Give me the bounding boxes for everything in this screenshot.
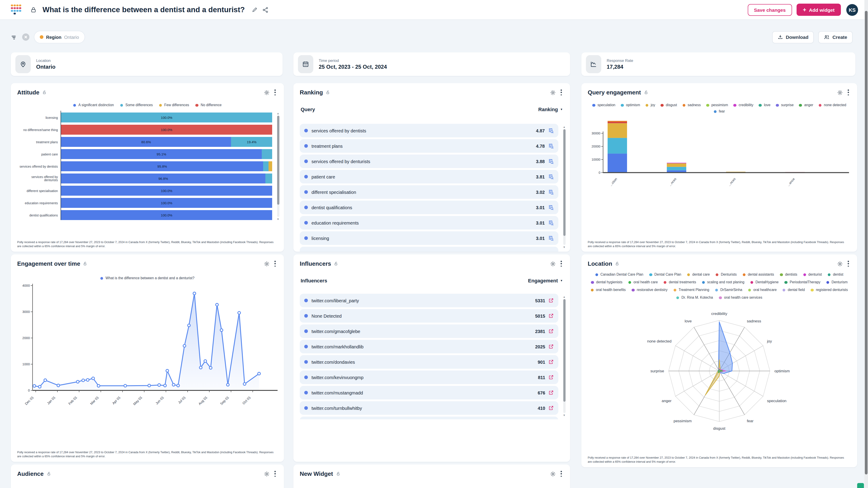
kebab-menu-icon[interactable] xyxy=(272,88,278,97)
settings-gear-icon[interactable] xyxy=(837,89,843,96)
settings-gear-icon[interactable] xyxy=(550,89,556,96)
svg-text:Aug 01: Aug 01 xyxy=(197,396,208,406)
list-item[interactable]: treatment plans 4.78 xyxy=(300,139,558,153)
edit-pencil-icon[interactable] xyxy=(250,5,259,14)
bar-segment[interactable]: 100.0% xyxy=(61,125,272,135)
view-mentions-icon[interactable] xyxy=(548,235,554,241)
add-widget-button[interactable]: +Add widget xyxy=(797,4,841,16)
chart-scrollbar[interactable]: ▲▼ xyxy=(276,112,280,221)
view-mentions-icon[interactable] xyxy=(548,220,554,226)
sort-caret-icon[interactable]: ▼ xyxy=(560,280,563,282)
column-header-query: Query xyxy=(301,107,315,112)
view-mentions-icon[interactable] xyxy=(548,158,554,164)
view-mentions-icon[interactable] xyxy=(548,128,554,133)
attitude-bar-chart: licensing 100.0% no difference/same thin… xyxy=(17,113,272,220)
external-link-icon[interactable] xyxy=(548,328,554,334)
bar-segment[interactable]: 95.8% xyxy=(61,162,264,171)
list-scrollbar[interactable]: ▲▼ xyxy=(562,126,566,249)
external-link-icon[interactable] xyxy=(548,390,554,395)
item-label: different specialisation xyxy=(311,190,536,195)
settings-gear-icon[interactable] xyxy=(550,470,556,477)
list-item[interactable] xyxy=(300,417,558,419)
list-item[interactable]: twitter.com/mustangmadd 676 xyxy=(300,386,558,399)
external-link-icon[interactable] xyxy=(548,298,554,303)
bar-segment[interactable]: 80.6% xyxy=(61,137,231,147)
list-item[interactable]: None Detected 5015 xyxy=(300,309,558,323)
chat-launcher[interactable] xyxy=(857,483,864,488)
external-link-icon[interactable] xyxy=(548,313,554,319)
avatar[interactable]: KS xyxy=(846,4,858,15)
list-item[interactable]: education requirements 3.01 xyxy=(300,216,558,230)
external-link-icon[interactable] xyxy=(548,359,554,365)
bar-segment[interactable]: 96.8% xyxy=(61,174,266,184)
download-button[interactable]: Download xyxy=(772,31,814,43)
list-item[interactable]: dentist qualifications 3.01 xyxy=(300,201,558,214)
bar-segment[interactable] xyxy=(269,162,272,171)
bullet-dot-icon xyxy=(304,144,308,148)
list-item[interactable] xyxy=(300,247,558,252)
bar-segment[interactable]: 95.1% xyxy=(61,149,262,159)
settings-gear-icon[interactable] xyxy=(264,470,270,477)
bar-segment[interactable]: 19.4% xyxy=(231,137,272,147)
external-link-icon[interactable] xyxy=(548,344,554,349)
bar-segment[interactable] xyxy=(262,149,272,159)
view-mentions-icon[interactable] xyxy=(548,189,554,195)
app-logo[interactable] xyxy=(11,4,22,15)
item-label: twitter.com/dondavies xyxy=(311,359,538,364)
bar-segment[interactable]: 100.0% xyxy=(61,210,272,220)
bar-segment[interactable] xyxy=(266,174,272,184)
share-icon[interactable] xyxy=(261,5,270,14)
settings-gear-icon[interactable] xyxy=(264,89,270,96)
svg-text:Jul 01: Jul 01 xyxy=(177,396,186,404)
kebab-menu-icon[interactable] xyxy=(272,469,278,478)
kebab-menu-icon[interactable] xyxy=(558,88,565,97)
list-item[interactable]: services offered by denturists 3.88 xyxy=(300,155,558,168)
list-scrollbar[interactable]: ▲▼ xyxy=(562,295,566,417)
bar-segment[interactable] xyxy=(264,162,269,171)
bar-row: education requirements 100.0% xyxy=(17,198,272,208)
kebab-menu-icon[interactable] xyxy=(845,259,852,268)
list-item[interactable]: licensing 3.01 xyxy=(300,231,558,245)
item-label: twitter.com/liberal_party xyxy=(311,298,535,303)
list-item[interactable]: services offered by dentists 4.87 xyxy=(300,124,558,137)
kebab-menu-icon[interactable] xyxy=(558,259,565,268)
bar-segment[interactable]: 100.0% xyxy=(61,198,272,208)
bar-segment[interactable]: 100.0% xyxy=(61,113,272,123)
column-header-engagement[interactable]: Engagement xyxy=(528,278,558,284)
list-item[interactable]: patient care 3.81 xyxy=(300,170,558,184)
list-item[interactable]: twitter.com/liberal_party 5331 xyxy=(300,294,558,307)
region-filter-chip[interactable]: Region Ontario xyxy=(34,31,85,43)
list-item[interactable]: different specialisation 3.02 xyxy=(300,185,558,199)
external-link-icon[interactable] xyxy=(548,405,554,411)
location-radar-chart: credibilitysadnessjoyoptimismspeculation… xyxy=(581,300,857,436)
sort-caret-icon[interactable]: ▼ xyxy=(560,108,563,111)
page-scrollbar[interactable] xyxy=(864,0,868,488)
list-item[interactable]: twitter.com/markhollandlib 2025 xyxy=(300,340,558,353)
view-mentions-icon[interactable] xyxy=(548,174,554,180)
list-item[interactable]: twitter.com/dondavies 901 xyxy=(300,355,558,369)
view-mentions-icon[interactable] xyxy=(548,204,554,210)
settings-gear-icon[interactable] xyxy=(264,260,270,267)
external-link-icon[interactable] xyxy=(548,375,554,380)
save-changes-button[interactable]: Save changes xyxy=(748,4,792,15)
item-label: twitter.com/mustangmadd xyxy=(311,390,538,395)
bar-segment[interactable]: 100.0% xyxy=(61,186,272,196)
svg-text:Jan 01: Jan 01 xyxy=(46,396,56,405)
settings-gear-icon[interactable] xyxy=(837,260,843,267)
filter-icon[interactable] xyxy=(11,34,18,40)
create-button[interactable]: Create xyxy=(818,31,852,43)
list-item[interactable]: twitter.com/gmacofglebe 2381 xyxy=(300,324,558,338)
clear-filters-icon[interactable] xyxy=(22,33,29,41)
column-header-ranking[interactable]: Ranking xyxy=(538,107,558,112)
kebab-menu-icon[interactable] xyxy=(272,259,278,268)
widget-grid: Attitude A significant distinctionSome d… xyxy=(11,83,857,488)
settings-gear-icon[interactable] xyxy=(550,260,556,267)
kebab-menu-icon[interactable] xyxy=(558,469,565,478)
view-mentions-icon[interactable] xyxy=(548,143,554,149)
bullet-dot-icon xyxy=(304,314,308,318)
list-item[interactable]: twitter.com/turnbullwhitby 410 xyxy=(300,401,558,415)
kebab-menu-icon[interactable] xyxy=(845,88,852,97)
item-value: 901 xyxy=(538,359,545,364)
list-item[interactable]: twitter.com/kevinvuongmp 811 xyxy=(300,370,558,384)
radar-axis-label: sadness xyxy=(747,319,761,323)
